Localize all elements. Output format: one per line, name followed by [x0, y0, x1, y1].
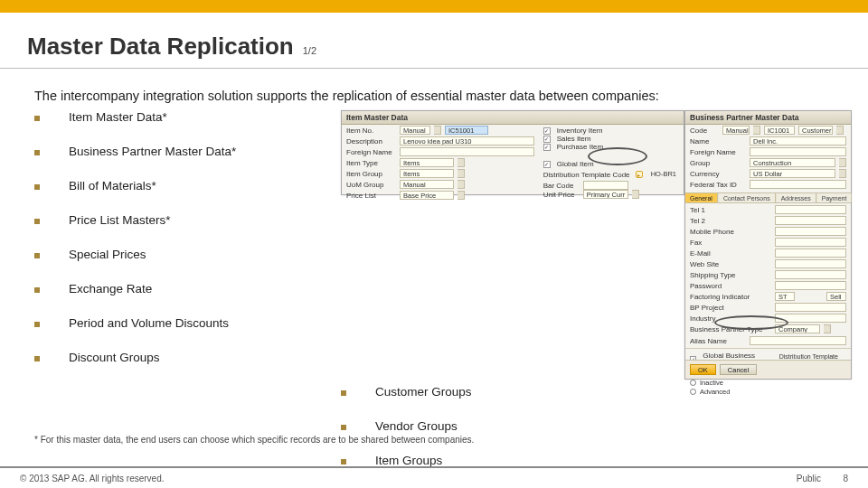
- list-item-text: Item Groups: [375, 454, 442, 467]
- dropdown-icon: [434, 126, 441, 135]
- footnote: * For this master data, the end users ca…: [0, 429, 868, 445]
- label-name: Name: [690, 137, 746, 145]
- list-item: Discount Groups: [34, 351, 328, 385]
- field: [775, 281, 846, 290]
- label-uom: UoM Group: [346, 181, 396, 189]
- field-plist: Base Price: [400, 191, 454, 200]
- radio-label: Advanced: [700, 388, 730, 396]
- bullet-icon: [341, 390, 346, 396]
- tab[interactable]: Addresses: [777, 193, 816, 202]
- check-label: Sales Item: [557, 135, 591, 143]
- bullet-icon: [34, 356, 40, 361]
- field: [775, 216, 846, 225]
- field-fname: [400, 147, 534, 156]
- dropdown-icon: [824, 324, 831, 333]
- field-name: Dell Inc.: [750, 136, 846, 145]
- checkbox: ✓: [543, 127, 551, 135]
- copyright: © 2013 SAP AG. All rights reserved.: [20, 474, 165, 483]
- page-number: 8: [821, 474, 848, 483]
- list-item-text: Special Prices: [69, 248, 146, 261]
- field: [775, 259, 846, 268]
- dropdown-icon: [458, 158, 465, 167]
- list-item: Customer Groups: [341, 385, 472, 419]
- label: Password: [690, 282, 771, 290]
- label: Tel 1: [690, 206, 771, 214]
- label-uprice: Unit Price: [543, 191, 580, 199]
- bullet-icon: [34, 116, 40, 121]
- bullet-icon: [341, 459, 346, 465]
- dropdown-icon: [839, 158, 846, 167]
- link-arrow-icon: ▸: [636, 171, 643, 178]
- field: [775, 238, 846, 247]
- accent-bar: [0, 0, 868, 13]
- tab[interactable]: Contact Persons: [719, 193, 776, 202]
- bullet-lists: Item Master Data*Business Partner Master…: [34, 110, 328, 385]
- list-item: Bill of Materials*: [34, 179, 328, 213]
- label-fed: Federal Tax ID: [690, 181, 746, 189]
- field-itype: Items: [400, 158, 454, 167]
- field-desc: Lenovo idea pad U310: [400, 136, 534, 145]
- bullet-icon: [34, 150, 40, 155]
- field: [775, 249, 846, 258]
- label-itype: Item Type: [346, 159, 396, 167]
- cancel-button[interactable]: Cancel: [720, 364, 757, 375]
- intro-text: The intercompany integration solution su…: [0, 69, 868, 108]
- label-curr: Currency: [690, 170, 746, 178]
- list-item: Price List Masters*: [34, 213, 328, 248]
- field: [775, 227, 846, 236]
- highlight-oval-global-item: [588, 147, 647, 165]
- field-pcurr: Primary Curr: [583, 190, 628, 199]
- dropdown-icon: [458, 169, 465, 178]
- radio[interactable]: [690, 380, 696, 386]
- field-fed: [750, 180, 846, 189]
- label: Web Site: [690, 260, 771, 268]
- radio-label: Inactive: [700, 379, 723, 387]
- tab[interactable]: Payment: [817, 193, 853, 202]
- dropdown-icon: [632, 190, 639, 199]
- bullet-icon: [34, 219, 40, 224]
- label-fname: Foreign Name: [346, 148, 396, 156]
- field-customer: Customer: [798, 126, 833, 135]
- list-item-text: Exchange Rate: [69, 282, 152, 296]
- dropdown-icon: [753, 126, 760, 135]
- label: Tel 2: [690, 217, 771, 225]
- page-title: Master Data Replication: [27, 33, 294, 61]
- list-item-text: Price List Masters*: [69, 213, 171, 227]
- dropdown-icon: [458, 180, 465, 189]
- field-uom: Manual: [400, 180, 454, 189]
- classification: Public: [797, 474, 821, 483]
- item-master-panel: Item Master Data Item No.ManualIC51001 D…: [341, 110, 684, 195]
- tab[interactable]: General: [685, 193, 718, 202]
- content-area: Item Master Data*Business Partner Master…: [0, 108, 868, 385]
- ok-button[interactable]: OK: [690, 364, 716, 375]
- field-fname: [750, 147, 846, 156]
- list-item: Item Master Data*: [34, 110, 328, 145]
- field-group: Construction: [750, 158, 835, 167]
- list-item-text: Item Master Data*: [69, 110, 167, 124]
- field-itemno: IC51001: [445, 126, 488, 135]
- bp-master-panel: Business Partner Master Data CodeManualI…: [684, 110, 852, 380]
- checkbox: ✓: [543, 136, 551, 143]
- field-igroup: Items: [400, 169, 454, 178]
- dropdown-icon: [839, 169, 846, 178]
- field-curr: US Dollar: [750, 169, 835, 178]
- bullet-icon: [34, 184, 40, 190]
- label: BP Project: [690, 304, 771, 312]
- list-item-text: Period and Volume Discounts: [69, 316, 229, 330]
- field-barcode: [583, 181, 628, 190]
- page-indicator: 1/2: [303, 45, 316, 56]
- label: Fax: [690, 239, 771, 247]
- field-code: IC1001: [764, 126, 795, 135]
- check-label: Inventory Item: [557, 127, 603, 135]
- list-item: Exchange Rate: [34, 282, 328, 316]
- panel-title: Business Partner Master Data: [685, 111, 851, 125]
- list-item-text: Discount Groups: [69, 351, 160, 364]
- value-dist: HO-BR1: [648, 170, 679, 179]
- list-item: Period and Volume Discounts: [34, 316, 328, 351]
- label: Shipping Type: [690, 271, 771, 279]
- label-itemno: Item No.: [346, 127, 396, 135]
- label: Factoring Indicator: [690, 293, 771, 301]
- bullet-icon: [34, 287, 40, 293]
- field-manual: Manual: [722, 126, 750, 135]
- radio[interactable]: [690, 389, 696, 395]
